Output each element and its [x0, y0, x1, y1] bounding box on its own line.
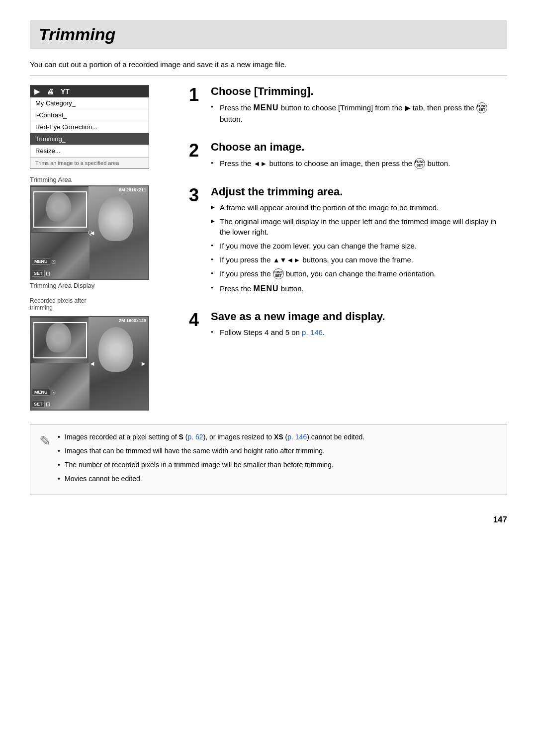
recorded-pixels-text: Recorded pixels after — [30, 297, 86, 304]
step-3-content: Adjust the trimming area. A frame will a… — [211, 185, 507, 297]
step-3-item-3: If you move the zoom lever, you can chan… — [211, 241, 507, 252]
note-xs-label: XS — [274, 433, 283, 441]
menu-icon-1: ⊡ — [51, 258, 56, 265]
recorded-pixels-container: Recorded pixels after trimming — [30, 297, 174, 311]
play-icon: ▶ — [34, 87, 40, 95]
step-4-link[interactable]: p. 146 — [302, 328, 323, 336]
page-number-container: 147 — [30, 510, 507, 525]
menu-label-2: MENU — [32, 389, 50, 396]
step-1-bullet-1: Press the MENU button to choose [Trimmin… — [211, 102, 507, 125]
left-arrow-2: ◄ — [89, 360, 95, 367]
menu-keyword-3: MENU — [254, 284, 279, 293]
camera-screen-1: 6M 2816x211 SET ⊡ Q MENU ⊡ ◄ — [30, 185, 149, 280]
step-2: 2 Choose an image. Press the ◄► buttons … — [189, 141, 507, 172]
page-number: 147 — [493, 515, 507, 524]
set-icon-2: ⊡ — [46, 401, 50, 408]
menu-header: ▶ 🖨 YT — [30, 85, 149, 97]
screen-info-text-1: 6M 2816x211 — [119, 187, 146, 192]
menu-item-redeye: Red-Eye Correction... — [30, 121, 149, 133]
screen-info-text-2: 2M 1600x120 — [119, 318, 146, 323]
step-4-title: Save as a new image and display. — [211, 310, 507, 323]
step-2-content: Choose an image. Press the ◄► buttons to… — [211, 141, 507, 172]
left-arrow-1: ◄ — [89, 229, 95, 237]
notes-box: ✎ Images recorded at a pixel setting of … — [30, 424, 507, 495]
step-2-title: Choose an image. — [211, 141, 507, 154]
recorded-pixels-label: Recorded pixels after trimming — [30, 297, 174, 311]
menu-item-trimming: Trimming_ — [30, 133, 149, 145]
lr-arrows: ◄► — [254, 160, 268, 168]
all-arrows: ▲▼◄► — [273, 256, 300, 264]
step-2-number: 2 — [189, 142, 204, 160]
step-3-item-1: A frame will appear around the portion o… — [211, 202, 507, 213]
menu-item-icontrast: i-Contrast_ — [30, 109, 149, 121]
page-title-box: Trimming — [30, 20, 507, 49]
step-3-item-2: The original image will display in the u… — [211, 216, 507, 238]
menu-button-area-1: MENU ⊡ — [32, 258, 56, 265]
menu-button-area-2: MENU ⊡ — [32, 389, 56, 396]
notes-icon: ✎ — [39, 433, 51, 449]
step-2-bullet-1: Press the ◄► buttons to choose an image,… — [211, 158, 507, 169]
func-inner-3: FUNCSET — [273, 270, 283, 277]
func-set-btn-1: FUNCSET — [476, 102, 487, 113]
trimming-area-display-label: Trimming Area Display — [30, 282, 174, 289]
step-4-content: Save as a new image and display. Follow … — [211, 310, 507, 341]
set-label-2: SET — [32, 401, 45, 408]
print-icon: 🖨 — [47, 87, 54, 95]
camera-screen-2: 2M 1600x120 SET ⊡ MENU ⊡ ◄ ► — [30, 316, 149, 411]
note-xs-link[interactable]: p. 146 — [287, 433, 307, 441]
step-1-content: Choose [Trimming]. Press the MENU button… — [211, 85, 507, 128]
right-column: 1 Choose [Trimming]. Press the MENU butt… — [189, 85, 507, 354]
func-set-btn-2: FUNCSET — [414, 158, 425, 169]
photo-main-right — [89, 186, 148, 280]
photo-top-left-2 — [31, 317, 90, 363]
func-inner-2: FUNCSET — [415, 160, 425, 167]
step-3-title: Adjust the trimming area. — [211, 185, 507, 198]
note-1: Images recorded at a pixel setting of S … — [58, 432, 364, 442]
step-1-bullets: Press the MENU button to choose [Trimmin… — [211, 102, 507, 125]
camera-screen-inner-2: 2M 1600x120 SET ⊡ MENU ⊡ ◄ ► — [31, 317, 148, 410]
intro-text: You can cut out a portion of a recorded … — [30, 60, 507, 76]
right-arrow-2: ► — [140, 360, 147, 367]
notes-list: Images recorded at a pixel setting of S … — [58, 432, 364, 484]
set-icon-1: ⊡ — [46, 270, 50, 277]
set-button-area: SET ⊡ — [32, 270, 50, 277]
step-3-item-6: Press the MENU button. — [211, 283, 507, 294]
page-title: Trimming — [39, 25, 498, 44]
step-1-title: Choose [Trimming]. — [211, 85, 507, 98]
photo-main-right-2 — [89, 317, 148, 411]
trimming-word: trimming — [30, 304, 53, 311]
left-column: ▶ 🖨 YT My Category_ i-Contrast_ Red-Eye … — [30, 85, 174, 413]
menu-icon-2: ⊡ — [51, 389, 56, 396]
menu-label-1: MENU — [32, 258, 50, 265]
settings-icon: YT — [61, 87, 70, 95]
step-3-item-4: If you press the ▲▼◄► buttons, you can m… — [211, 254, 507, 265]
func-inner-1: FUNCSET — [477, 104, 486, 111]
photo-top-left — [31, 186, 90, 233]
play-tab-icon: ▶ — [405, 103, 411, 112]
note-s-link[interactable]: p. 62 — [187, 433, 203, 441]
camera-screen-inner-1: 6M 2816x211 SET ⊡ Q MENU ⊡ ◄ — [31, 186, 148, 279]
step-3-number: 3 — [189, 186, 204, 204]
step-4: 4 Save as a new image and display. Follo… — [189, 310, 507, 341]
step-3-item-5: If you press the FUNCSET button, you can… — [211, 268, 507, 280]
func-set-btn-3: FUNCSET — [273, 268, 284, 279]
note-4: Movies cannot be edited. — [58, 474, 364, 484]
step-4-bullets: Follow Steps 4 and 5 on p. 146. — [211, 327, 507, 338]
step-4-number: 4 — [189, 311, 204, 329]
menu-description: Trims an image to a specified area — [30, 157, 149, 168]
menu-item-resize: Resize... — [30, 145, 149, 157]
notes-content: Images recorded at a pixel setting of S … — [58, 432, 364, 488]
screen-info-2: 2M 1600x120 — [119, 318, 146, 323]
menu-screenshot: ▶ 🖨 YT My Category_ i-Contrast_ Red-Eye … — [30, 85, 149, 169]
step-1-number: 1 — [189, 86, 204, 104]
trimming-area-text: Trimming Area — [30, 176, 72, 183]
note-3: The number of recorded pixels in a trimm… — [58, 460, 364, 470]
menu-keyword-1: MENU — [254, 103, 279, 112]
step-3-list: A frame will appear around the portion o… — [211, 202, 507, 294]
step-3: 3 Adjust the trimming area. A frame will… — [189, 185, 507, 297]
note-2: Images that can be trimmed will have the… — [58, 446, 364, 456]
screen-info-1: 6M 2816x211 — [119, 187, 146, 192]
step-2-bullets: Press the ◄► buttons to choose an image,… — [211, 158, 507, 169]
menu-item-mycategory: My Category_ — [30, 97, 149, 109]
main-content: ▶ 🖨 YT My Category_ i-Contrast_ Red-Eye … — [30, 85, 507, 413]
